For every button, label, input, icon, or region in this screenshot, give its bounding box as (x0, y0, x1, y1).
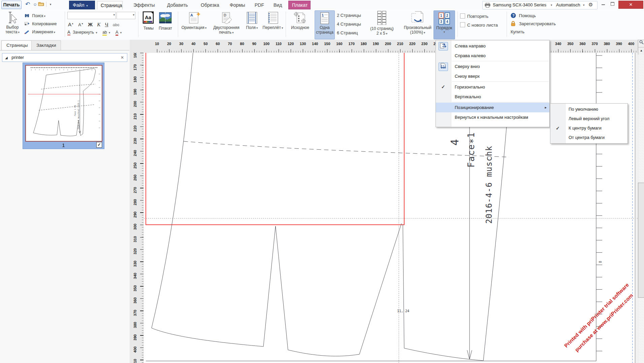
buy-button[interactable]: Купить (511, 28, 524, 36)
underline-button[interactable]: Ч (105, 21, 108, 28)
custom-zoom-button[interactable]: Произвольный (100%)▾ (401, 11, 434, 35)
tab-page[interactable]: Страница (97, 1, 123, 10)
binding-button[interactable]: Переплёт▾ (262, 11, 284, 30)
redo-circle-icon[interactable]: ○ (32, 1, 38, 8)
orientation-button[interactable]: A Ориентация▾ (180, 11, 208, 30)
tray-select-arrow-icon[interactable]: ▾ (583, 3, 585, 7)
ruler-label: 380 (133, 320, 138, 330)
font-size-combo[interactable]: ▾ (117, 12, 135, 19)
select-text-button[interactable]: Выбор текста▾ (3, 11, 22, 34)
orientation-label: Ориентация (182, 25, 204, 30)
tab-poster-label: Плакат (292, 2, 308, 8)
svg-text:Face 1 B4: Face 1 B4 (74, 105, 76, 116)
ruler-label: 200 (383, 42, 393, 46)
submenu-item-center-of-paper[interactable]: ✓ К центру бумаги (550, 123, 627, 133)
submenu-item-label: Левый верхний угол (569, 114, 609, 123)
ruler-label: 80 (237, 42, 247, 46)
tab-file[interactable]: Файл ▾ (69, 1, 95, 9)
submenu-item-top-left-corner[interactable]: Левый верхний угол (550, 114, 627, 123)
themes-button[interactable]: Aa Темы (142, 11, 155, 31)
quickaccess-separator (46, 2, 46, 7)
menu-item-right-to-left[interactable]: Справа налево (436, 51, 549, 61)
printer-settings-gear-icon[interactable]: ⚙ (588, 2, 593, 8)
menu-item-positioning[interactable]: Позиционирование ▸ (436, 103, 549, 112)
four-pages-button[interactable]: 4 Страницы (337, 21, 361, 28)
submenu-item-default[interactable]: По умолчанию (550, 105, 627, 114)
tab-effects[interactable]: Эффекты (130, 1, 158, 9)
menu-item-horizontal[interactable]: ✓ Горизонтально (436, 82, 549, 92)
original-view-button[interactable]: Исходное (288, 11, 312, 30)
menu-item-left-to-right[interactable]: Слева направо (436, 41, 549, 51)
ruler-label: 190 (371, 42, 381, 46)
print-button[interactable]: Печать (1, 1, 22, 9)
quickaccess-customize-icon[interactable]: ▾ (47, 1, 54, 8)
page-thumbnail[interactable]: Face 1 B4 2016-4-6 muschka2-2016-1 1 ✓ (23, 63, 104, 149)
two-pages-button[interactable]: 2 Страницы (337, 12, 361, 19)
close-button[interactable]: ✕ (618, 1, 643, 9)
highlight-button[interactable]: ab ▾ (102, 30, 111, 35)
repeat-checkbox[interactable]: Повторять (460, 13, 488, 20)
tab-file-label: Файл (73, 2, 84, 8)
text-cursor-icon (3, 11, 22, 25)
close-icon[interactable]: ✕ (121, 53, 124, 62)
ruler-label: 370 (133, 308, 138, 318)
font-shrink-button[interactable]: А▼ (78, 20, 84, 29)
tab-view[interactable]: Вид (270, 1, 285, 9)
printer-select-arrow-icon[interactable]: ▾ (551, 3, 552, 7)
register-button[interactable]: Зарегистрировать (511, 20, 556, 28)
menu-item-reset-settings[interactable]: Вернуться к начальным настройкам (436, 112, 549, 122)
bold-button[interactable]: Ж (88, 21, 93, 28)
printer-select[interactable]: Samsung SCX-3400 Series (493, 2, 546, 7)
strikethrough-sample-button[interactable]: abc (113, 21, 119, 29)
tab-shapes[interactable]: Формы (226, 1, 249, 9)
tray-select[interactable]: Automatisch (556, 2, 580, 7)
collapse-triangle-icon[interactable]: ◢ (5, 56, 8, 60)
tab-pdf[interactable]: PDF (251, 1, 267, 9)
menu-item-top-down[interactable]: Сверху вниз (436, 62, 549, 71)
order-button[interactable]: 1 2 3 4 Порядок ▾ (433, 10, 455, 39)
measure-button[interactable]: Измерения▾ (24, 28, 55, 36)
six-pages-button[interactable]: 6 Страниц (337, 29, 358, 37)
ruler-label: 240 (133, 148, 138, 158)
duplex-button[interactable]: D Двусторонняя печать▾ (209, 11, 244, 35)
thumbnail-checkbox[interactable]: ✓ (96, 142, 102, 148)
margins-icon (245, 11, 259, 25)
scrollbar-thumb[interactable] (638, 183, 644, 298)
vertical-scrollbar[interactable]: ▲ (638, 40, 644, 363)
undo-icon[interactable]: ↶ (24, 1, 31, 8)
zoom-corner-button[interactable] (638, 40, 644, 47)
strike-button[interactable]: А Зачеркнуть ▾ (67, 30, 98, 35)
menu-item-vertical[interactable]: Вертикально (436, 92, 549, 102)
font-family-combo[interactable]: ▾ (67, 12, 116, 19)
search-button[interactable]: Поиск▾ (24, 12, 45, 20)
order-dropdown-arrow-icon[interactable]: ▾ (434, 30, 455, 34)
scroll-up-button[interactable]: ▲ (638, 47, 644, 55)
tab-add[interactable]: Добавить (164, 1, 191, 9)
ruler-label: 340 (133, 271, 138, 281)
one-page-button[interactable]: 1 Одна страница (315, 10, 335, 39)
open-folder-icon[interactable] (38, 1, 44, 8)
ten-pages-button[interactable]: (10 страниц) 2 х 5▾ (366, 11, 398, 36)
submenu-item-from-center-of-paper[interactable]: От центра бумаги (550, 133, 627, 142)
help-button[interactable]: ? Помощь (511, 12, 536, 20)
menu-item-bottom-up[interactable]: Снизу вверх (436, 71, 549, 81)
restore-button[interactable] (608, 1, 616, 8)
print-preview-canvas[interactable]: 4 Face∗1 2016-4-6 muschk 11, 24 8 Printe… (144, 53, 638, 363)
sidebar-tab-pages[interactable]: Страницы (1, 40, 33, 50)
original-view-icon (288, 11, 312, 25)
ten-pages-label2: 2 х 5 (377, 31, 385, 36)
ribbon-separator (65, 11, 65, 37)
tab-crop[interactable]: Обрезка (197, 1, 223, 9)
minimize-button[interactable] (599, 1, 607, 8)
tab-poster[interactable]: Плакат (288, 1, 311, 9)
ruler-label: 170 (133, 62, 138, 72)
margins-button[interactable]: Поля▾ (245, 11, 259, 30)
font-color-button[interactable]: А ▾ (116, 30, 122, 35)
copy-button[interactable]: Копирование (24, 20, 57, 28)
new-sheet-checkbox[interactable]: С нового листа (460, 22, 498, 29)
font-grow-button[interactable]: А▲ (68, 20, 74, 28)
italic-button[interactable]: К (97, 21, 100, 28)
printer-group-header[interactable]: ◢ printer ✕ (2, 53, 127, 62)
poster-button[interactable]: Плакат (158, 11, 173, 31)
sidebar-tab-bookmarks[interactable]: Закладки (31, 40, 61, 50)
